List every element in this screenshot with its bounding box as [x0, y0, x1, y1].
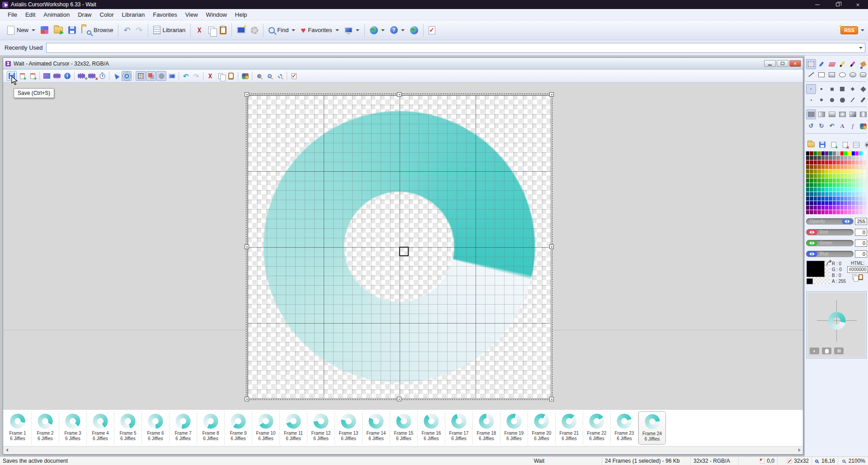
palette-color-5-1[interactable] [810, 174, 813, 178]
palette-color-2-14[interactable] [859, 160, 863, 165]
palette-color-7-11[interactable] [848, 183, 851, 188]
menu-window[interactable]: Window [202, 10, 231, 19]
palette-color-5-6[interactable] [829, 174, 832, 178]
palette-color-7-5[interactable] [825, 183, 829, 188]
palette-color-1-12[interactable] [852, 156, 855, 160]
palette-color-1-9[interactable] [840, 156, 844, 160]
frame-item-23[interactable]: Frame 236 Jiffies [611, 411, 638, 445]
palette-color-9-4[interactable] [821, 192, 825, 197]
menu-librarian[interactable]: Librarian [118, 10, 149, 19]
palette-color-6-12[interactable] [852, 178, 855, 183]
palette-color-8-13[interactable] [855, 188, 859, 192]
frame-item-5[interactable]: Frame 56 Jiffies [114, 411, 142, 445]
background-swatch[interactable] [807, 278, 813, 284]
palette-color-4-4[interactable] [821, 169, 825, 174]
frame-item-21[interactable]: Frame 216 Jiffies [556, 411, 583, 445]
palette-color-3-9[interactable] [840, 165, 844, 169]
palette-color-0-11[interactable] [848, 151, 851, 156]
scroll-left-button[interactable] [3, 446, 10, 454]
palette-color-4-8[interactable] [836, 169, 840, 174]
foreground-swatch[interactable] [807, 261, 825, 277]
menu-draw[interactable]: Draw [74, 10, 95, 19]
palette-color-6-0[interactable] [806, 178, 810, 183]
palette-color-4-3[interactable] [817, 169, 821, 174]
palette-color-3-3[interactable] [817, 165, 821, 169]
display-button[interactable] [342, 25, 362, 35]
palette-color-12-8[interactable] [836, 206, 840, 210]
palette-color-1-11[interactable] [848, 156, 851, 160]
palette-color-5-0[interactable] [806, 174, 810, 178]
green-value[interactable]: 0 [855, 240, 867, 247]
palette-color-7-3[interactable] [817, 183, 821, 188]
palette-color-2-6[interactable] [829, 160, 832, 165]
palette-color-7-10[interactable] [844, 183, 848, 188]
preview-contrast-button[interactable]: ◐ [810, 348, 819, 354]
doc-close-button[interactable]: × [789, 60, 801, 67]
palette-color-10-4[interactable] [821, 197, 825, 201]
palette-color-3-15[interactable] [863, 165, 867, 169]
brush-size-1[interactable] [806, 84, 816, 94]
menu-animation[interactable]: Animation [39, 10, 74, 19]
tool-line[interactable] [806, 70, 816, 80]
palette-color-6-1[interactable] [810, 178, 813, 183]
frame-item-12[interactable]: Frame 126 Jiffies [307, 411, 335, 445]
palette-color-5-14[interactable] [859, 174, 863, 178]
frame-item-22[interactable]: Frame 226 Jiffies [583, 411, 611, 445]
menu-help[interactable]: Help [231, 10, 251, 19]
doc-cut-button[interactable] [205, 71, 215, 81]
palette-color-8-5[interactable] [825, 188, 829, 192]
brush-diamond-large[interactable] [858, 84, 868, 94]
palette-color-1-8[interactable] [836, 156, 840, 160]
palette-color-10-6[interactable] [829, 197, 832, 201]
palette-color-2-15[interactable] [863, 160, 867, 165]
palette-color-8-8[interactable] [836, 188, 840, 192]
palette-color-10-8[interactable] [836, 197, 840, 201]
select-zone-button[interactable] [122, 71, 132, 81]
palette-color-6-6[interactable] [829, 178, 832, 183]
palette-color-8-0[interactable] [806, 188, 810, 192]
palette-color-8-6[interactable] [829, 188, 832, 192]
palette-color-13-5[interactable] [825, 210, 829, 215]
palette-color-12-4[interactable] [821, 206, 825, 210]
zoom-selection-button[interactable] [275, 71, 285, 81]
frame-info-button[interactable]: i [62, 71, 72, 81]
palette-color-7-8[interactable] [836, 183, 840, 188]
palette-color-6-4[interactable] [821, 178, 825, 183]
tool-brush[interactable] [848, 59, 858, 69]
web-dropdown-icon[interactable] [381, 29, 385, 31]
palette-color-13-0[interactable] [806, 210, 810, 215]
palette-color-4-12[interactable] [852, 169, 855, 174]
recently-used-combo[interactable] [46, 43, 865, 53]
palette-color-8-9[interactable] [840, 188, 844, 192]
circle-mask-button[interactable] [156, 71, 166, 81]
palette-color-3-2[interactable] [814, 165, 817, 169]
tool-fill[interactable] [858, 59, 868, 69]
horizontal-scrollbar[interactable] [3, 446, 803, 453]
paste-color-icon[interactable] [859, 274, 863, 280]
palette-color-2-12[interactable] [852, 160, 855, 165]
palette-color-0-7[interactable] [833, 151, 836, 156]
palette-color-11-0[interactable] [806, 201, 810, 206]
fill-gradient-left[interactable] [816, 109, 826, 119]
palette-color-0-14[interactable] [859, 151, 863, 156]
frame-item-13[interactable]: Frame 136 Jiffies [335, 411, 363, 445]
palette-color-1-10[interactable] [844, 156, 848, 160]
rotate-cw-button[interactable]: ↻ [816, 121, 826, 131]
palette-color-3-5[interactable] [825, 165, 829, 169]
palette-color-10-14[interactable] [859, 197, 863, 201]
palette-color-10-3[interactable] [817, 197, 821, 201]
palette-color-7-9[interactable] [840, 183, 844, 188]
palette-add-button[interactable]: + [829, 140, 839, 150]
palette-color-9-2[interactable] [814, 192, 817, 197]
tool-eyedropper[interactable] [816, 59, 826, 69]
doc-paste-button[interactable] [226, 71, 236, 81]
undo-button[interactable]: ↶ [121, 24, 133, 36]
palette-color-12-3[interactable] [817, 206, 821, 210]
help-button[interactable]: ? [387, 24, 407, 36]
palette-color-10-7[interactable] [833, 197, 836, 201]
palette-color-8-15[interactable] [863, 188, 867, 192]
palette-color-10-12[interactable] [852, 197, 855, 201]
palette-color-10-0[interactable] [806, 197, 810, 201]
palette-color-2-4[interactable] [821, 160, 825, 165]
selection-handle-se[interactable] [549, 397, 554, 401]
